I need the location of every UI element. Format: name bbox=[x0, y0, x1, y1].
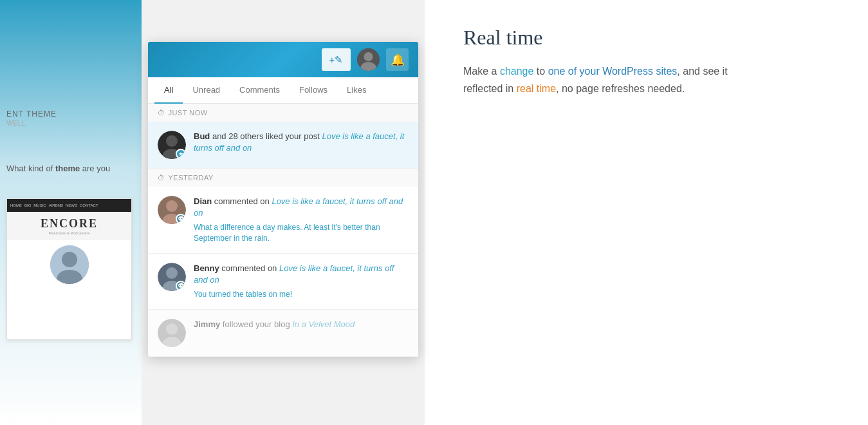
notif-bud-text: Bud and 28 others liked your post Love i… bbox=[194, 131, 409, 154]
notif-benny-action: commented on bbox=[221, 263, 279, 273]
svg-point-4 bbox=[364, 52, 373, 61]
compose-button[interactable]: +✎ bbox=[322, 48, 351, 71]
section-yesterday-label: YESTERDAY bbox=[169, 174, 214, 182]
notif-benny-username: Benny bbox=[194, 263, 219, 273]
svg-point-1 bbox=[62, 252, 77, 267]
notif-jimmy-username: Jimmy bbox=[194, 319, 220, 329]
section-yesterday: ⏱ YESTERDAY bbox=[148, 169, 418, 187]
theme-portrait bbox=[50, 245, 89, 284]
comment-badge-benny: 💬 bbox=[176, 281, 186, 291]
theme-question: What kind of theme are you bbox=[6, 163, 135, 175]
notif-dian-excerpt: What a difference a day makes. At least … bbox=[194, 222, 409, 244]
avatar-benny: 💬 bbox=[158, 263, 186, 291]
notification-jimmy[interactable]: Jimmy followed your blog In a Velvet Moo… bbox=[148, 310, 418, 357]
notif-benny-excerpt: You turned the tables on me! bbox=[194, 289, 409, 300]
notif-jimmy-action: followed your blog bbox=[223, 319, 292, 329]
notif-jimmy-content: Jimmy followed your blog In a Velvet Moo… bbox=[194, 319, 409, 330]
bell-button[interactable]: 🔔 bbox=[386, 48, 409, 71]
text-change: change bbox=[500, 66, 534, 77]
comment-badge-dian: 💬 bbox=[176, 214, 186, 224]
section-just-now-label: JUST NOW bbox=[169, 109, 208, 117]
notif-bud-username: Bud bbox=[194, 131, 210, 141]
notification-dian[interactable]: 💬 Dian commented on Love is like a fauce… bbox=[148, 187, 418, 254]
tab-unread[interactable]: Unread bbox=[183, 77, 230, 104]
notif-bud-action: and 28 others liked your post bbox=[212, 131, 322, 141]
tab-likes[interactable]: Likes bbox=[337, 77, 376, 104]
bell-icon: 🔔 bbox=[391, 53, 405, 67]
notif-benny-content: Benny commented on Love is like a faucet… bbox=[194, 263, 409, 300]
user-avatar[interactable] bbox=[357, 48, 380, 71]
notif-dian-text: Dian commented on Love is like a faucet,… bbox=[194, 196, 409, 219]
tab-all[interactable]: All bbox=[154, 77, 183, 104]
theme-label: ENT THEME bbox=[6, 109, 57, 118]
theme-preview-card: HOME BIO MUSIC AIRBNB NEWS CONTACT ENCOR… bbox=[6, 198, 132, 340]
panel-header: +✎ 🔔 bbox=[148, 42, 418, 77]
encore-subtitle: Musicians & Podcasters bbox=[12, 231, 126, 235]
notif-benny-text: Benny commented on Love is like a faucet… bbox=[194, 263, 409, 286]
notification-bud[interactable]: ★ Bud and 28 others liked your post Love… bbox=[148, 122, 418, 169]
avatar-jimmy bbox=[158, 319, 186, 347]
tab-comments[interactable]: Comments bbox=[230, 77, 290, 104]
encore-title-area: ENCORE Musicians & Podcasters bbox=[7, 212, 131, 240]
notif-bud-content: Bud and 28 others liked your post Love i… bbox=[194, 131, 409, 154]
compose-icon: +✎ bbox=[329, 54, 344, 66]
svg-point-13 bbox=[166, 267, 178, 279]
right-content-area: Real time Make a change to one of your W… bbox=[425, 0, 868, 425]
notification-list: ⏱ JUST NOW ★ Bud and 28 others liked you… bbox=[148, 104, 418, 357]
left-panel: ENT THEME WELL What kind of theme are yo… bbox=[0, 0, 142, 425]
notif-dian-username: Dian bbox=[194, 196, 212, 206]
encore-title: ENCORE bbox=[12, 217, 126, 231]
real-time-heading: Real time bbox=[463, 26, 829, 50]
notification-panel: +✎ 🔔 All Unread Comments Follows Likes ⏱… bbox=[148, 42, 418, 357]
notif-jimmy-text: Jimmy followed your blog In a Velvet Moo… bbox=[194, 319, 409, 330]
theme-subtitle: WELL bbox=[6, 119, 26, 127]
question-text: What kind of theme are you bbox=[6, 164, 110, 173]
notif-jimmy-post: In a Velvet Mood bbox=[292, 319, 355, 329]
clock-icon-2: ⏱ bbox=[158, 174, 165, 182]
svg-point-7 bbox=[166, 135, 178, 147]
section-just-now: ⏱ JUST NOW bbox=[148, 104, 418, 122]
svg-point-10 bbox=[166, 200, 178, 212]
notif-dian-content: Dian commented on Love is like a faucet,… bbox=[194, 196, 409, 244]
notification-benny[interactable]: 💬 Benny commented on Love is like a fauc… bbox=[148, 254, 418, 310]
notif-dian-action: commented on bbox=[214, 196, 272, 206]
clock-icon: ⏱ bbox=[158, 109, 165, 117]
text-sites: one of your WordPress sites bbox=[548, 66, 678, 77]
star-badge: ★ bbox=[176, 149, 186, 159]
svg-point-16 bbox=[166, 323, 178, 335]
avatar-dian: 💬 bbox=[158, 196, 186, 224]
theme-card-nav: HOME BIO MUSIC AIRBNB NEWS CONTACT bbox=[7, 199, 131, 212]
real-time-paragraph: Make a change to one of your WordPress s… bbox=[463, 62, 759, 97]
tab-follows[interactable]: Follows bbox=[290, 77, 337, 104]
text-realtime: real time bbox=[517, 83, 556, 94]
notification-tabs: All Unread Comments Follows Likes bbox=[148, 77, 418, 104]
avatar-bud: ★ bbox=[158, 131, 186, 159]
